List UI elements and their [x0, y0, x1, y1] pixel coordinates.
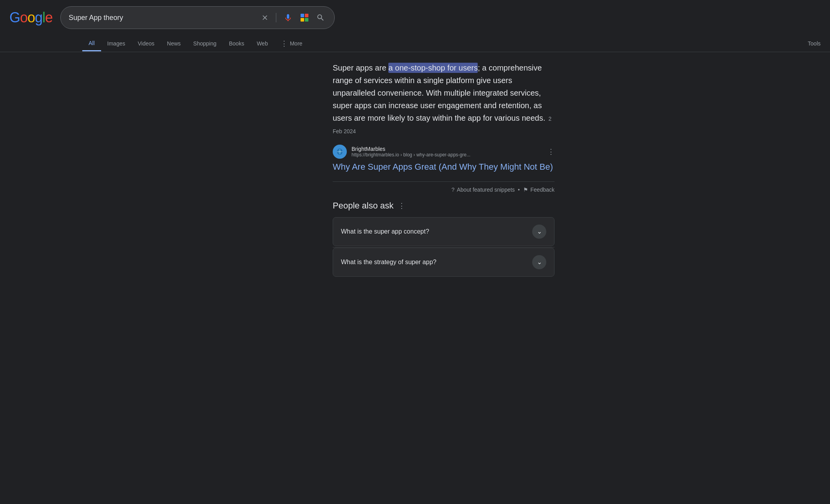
- paa-header: People also ask ⋮: [333, 201, 555, 211]
- lens-search-button[interactable]: [298, 11, 311, 24]
- clear-search-button[interactable]: [259, 12, 270, 23]
- people-also-ask-section: People also ask ⋮ What is the super app …: [333, 201, 555, 277]
- featured-snippet: Super apps are a one-stop-shop for users…: [333, 62, 555, 172]
- source-info: BrightMarbles https://brightmarbles.io ›…: [352, 146, 543, 158]
- feedback-separator: •: [518, 187, 520, 193]
- tab-books[interactable]: Books: [223, 36, 250, 51]
- snippet-text: Super apps are a one-stop-shop for users…: [333, 62, 555, 137]
- paa-question-1[interactable]: What is the super app concept?: [333, 218, 554, 246]
- source-card: BrightMarbles https://brightmarbles.io ›…: [333, 145, 555, 159]
- close-icon: [261, 14, 269, 22]
- main-content: Super apps are a one-stop-shop for users…: [266, 52, 564, 287]
- more-menu[interactable]: ⋮ More: [274, 35, 309, 52]
- source-url: https://brightmarbles.io › blog › why-ar…: [352, 152, 543, 158]
- search-divider: [276, 13, 276, 22]
- tab-images[interactable]: Images: [101, 36, 132, 51]
- question-circle-icon: ?: [451, 187, 455, 193]
- tab-videos[interactable]: Videos: [131, 36, 161, 51]
- more-label: More: [290, 40, 303, 47]
- lens-icon: [300, 13, 309, 22]
- svg-rect-2: [301, 18, 304, 22]
- search-icon: [316, 13, 325, 22]
- logo-g2: g: [35, 9, 42, 25]
- svg-rect-1: [305, 14, 308, 17]
- voice-search-button[interactable]: [282, 11, 294, 24]
- tab-web[interactable]: Web: [250, 36, 274, 51]
- svg-rect-0: [301, 14, 304, 17]
- paa-menu-dots[interactable]: ⋮: [398, 201, 405, 210]
- search-submit-button[interactable]: [315, 12, 326, 24]
- paa-question-1-text: What is the super app concept?: [341, 228, 429, 235]
- mic-icon: [283, 13, 293, 22]
- about-snippets-link[interactable]: ? About featured snippets: [451, 187, 515, 193]
- tools-button[interactable]: Tools: [801, 36, 830, 51]
- google-logo[interactable]: Google: [9, 9, 53, 26]
- paa-question-2-text: What is the strategy of super app?: [341, 259, 437, 266]
- feedback-icon: ⚑: [523, 187, 528, 193]
- snippet-text-before: Super apps are: [333, 63, 388, 72]
- paa-chevron-1: [532, 225, 546, 239]
- svg-rect-3: [305, 18, 308, 22]
- site-icon: [335, 147, 344, 156]
- snippet-highlight: a one-stop-shop for users: [388, 63, 478, 73]
- source-favicon: [333, 145, 347, 159]
- logo-e: e: [45, 9, 53, 25]
- paa-item-1: What is the super app concept?: [333, 217, 555, 246]
- paa-item-2: What is the strategy of super app?: [333, 248, 555, 277]
- search-input[interactable]: Super App theory: [69, 14, 255, 22]
- search-bar-wrapper: Super App theory: [60, 6, 335, 29]
- more-dots-icon: ⋮: [281, 39, 288, 48]
- logo-o1: o: [20, 9, 27, 25]
- source-menu-button[interactable]: ⋮: [547, 147, 555, 156]
- tab-news[interactable]: News: [161, 36, 187, 51]
- search-icons: [259, 11, 326, 24]
- tab-all[interactable]: All: [82, 36, 101, 51]
- result-title-link[interactable]: Why Are Super Apps Great (And Why They M…: [333, 162, 555, 172]
- about-snippets-label: About featured snippets: [457, 187, 515, 193]
- paa-question-2[interactable]: What is the strategy of super app?: [333, 248, 554, 276]
- search-bar: Super App theory: [60, 6, 335, 29]
- paa-chevron-2: [532, 255, 546, 269]
- header: Google Super App theory: [0, 0, 830, 29]
- feedback-label: Feedback: [531, 187, 555, 193]
- feedback-bar: ? About featured snippets • ⚑ Feedback: [333, 181, 555, 198]
- source-name: BrightMarbles: [352, 146, 543, 152]
- logo-g: G: [9, 9, 20, 25]
- paa-title: People also ask: [333, 201, 393, 211]
- tab-shopping[interactable]: Shopping: [187, 36, 223, 51]
- feedback-button[interactable]: ⚑ Feedback: [523, 187, 555, 193]
- logo-o2: o: [27, 9, 35, 25]
- nav-tabs: All Images Videos News Shopping Books We…: [0, 32, 830, 52]
